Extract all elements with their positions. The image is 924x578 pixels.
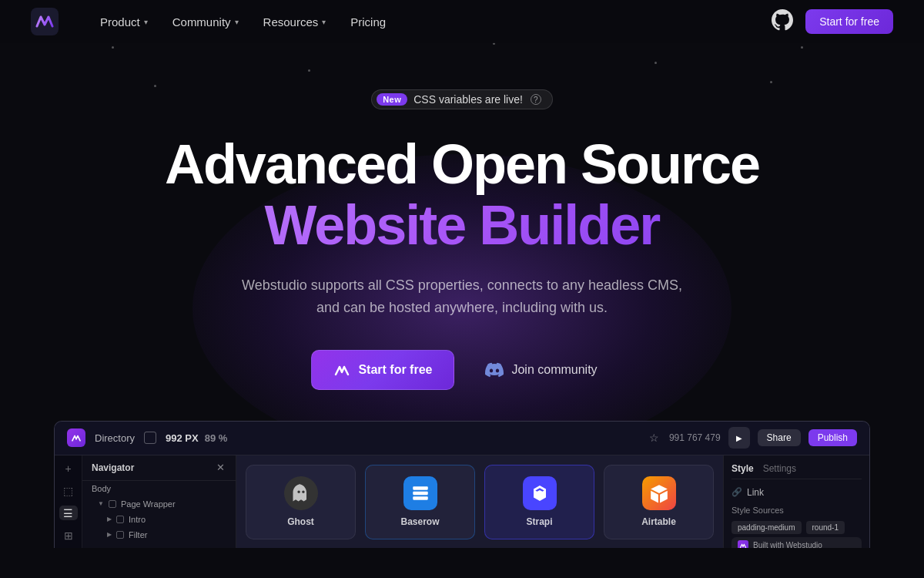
filter-checkbox[interactable] bbox=[116, 531, 124, 539]
nav-left: Product ▾ Community ▾ Resources ▾ Pricin… bbox=[31, 8, 397, 35]
svg-rect-0 bbox=[31, 8, 59, 35]
directory-label: Directory bbox=[95, 432, 135, 444]
strapi-label: Strapi bbox=[526, 516, 552, 527]
ghost-icon bbox=[284, 476, 318, 510]
hero-buttons: Start for free Join community bbox=[15, 350, 909, 390]
page-wrapper-checkbox[interactable] bbox=[109, 500, 116, 508]
coordinates-display: 991 767 479 bbox=[669, 432, 721, 443]
link-icon: 🔗 bbox=[732, 487, 742, 497]
left-toolbar: + ⬚ ☰ ⊞ bbox=[55, 455, 82, 548]
community-chevron-icon: ▾ bbox=[235, 18, 239, 26]
share-button-label[interactable]: Share bbox=[758, 429, 801, 446]
filter-label: Filter bbox=[129, 530, 147, 539]
hero-badge[interactable]: New CSS variables are live! ? bbox=[371, 89, 553, 109]
airtable-label: Airtable bbox=[641, 516, 676, 527]
style-sources-label: Style Sources bbox=[732, 506, 784, 515]
baserow-icon bbox=[403, 476, 437, 510]
integration-card-airtable[interactable]: Airtable bbox=[604, 465, 714, 539]
integration-card-baserow[interactable]: Baserow bbox=[365, 465, 475, 539]
hero-title: Advanced Open Source Website Builder bbox=[116, 134, 808, 256]
toolbar-page-icon[interactable]: ⬚ bbox=[59, 484, 78, 499]
copy-icon[interactable] bbox=[144, 432, 156, 444]
tab-style[interactable]: Style bbox=[732, 463, 754, 474]
toolbar-components-icon[interactable]: ⊞ bbox=[59, 528, 78, 543]
panel-link-row: 🔗 Link bbox=[732, 487, 862, 498]
nav-link-pricing[interactable]: Pricing bbox=[340, 11, 397, 33]
tree-item-page-wrapper[interactable]: ▼ Page Wrapper bbox=[82, 496, 236, 512]
hero-title-line1: Advanced Open Source bbox=[116, 134, 808, 195]
link-label: Link bbox=[747, 487, 764, 498]
panel-tabs: Style Settings bbox=[732, 463, 862, 479]
tree-item-intro[interactable]: ▶ Intro bbox=[82, 512, 236, 527]
star-icon[interactable]: ☆ bbox=[649, 432, 661, 444]
hero-subtitle: Webstudio supports all CSS properties, c… bbox=[231, 274, 693, 319]
intro-label: Intro bbox=[129, 515, 146, 524]
baserow-label: Baserow bbox=[400, 516, 439, 527]
nav-start-button[interactable]: Start for free bbox=[805, 9, 893, 34]
hero-section: New CSS variables are live! ? Advanced O… bbox=[0, 43, 924, 421]
github-icon bbox=[772, 9, 793, 31]
close-icon[interactable]: ✕ bbox=[214, 462, 226, 474]
chip-padding-medium[interactable]: padding-medium bbox=[732, 521, 802, 534]
toolbar-add-icon[interactable]: + bbox=[59, 462, 78, 476]
hero-title-line2: Website Builder bbox=[116, 195, 808, 256]
app-preview: Directory 992 PX 89 % ☆ 991 767 479 ▶ Sh… bbox=[54, 421, 870, 548]
publish-button[interactable]: Publish bbox=[808, 429, 857, 446]
nav-link-community[interactable]: Community ▾ bbox=[162, 11, 249, 33]
info-icon: ? bbox=[531, 94, 541, 105]
sidebar-header-icons: ✕ bbox=[214, 462, 226, 474]
built-badge-text: Built with Webstudio bbox=[753, 541, 822, 548]
intro-arrow: ▶ bbox=[107, 516, 112, 523]
badge-new-label: New bbox=[377, 93, 407, 106]
app-content: + ⬚ ☰ ⊞ Navigator ✕ Body ▼ Page Wrapper bbox=[55, 455, 869, 548]
integration-card-ghost[interactable]: Ghost bbox=[246, 465, 356, 539]
nav-item-community[interactable]: Community ▾ bbox=[162, 11, 249, 33]
webstudio-w-icon bbox=[333, 361, 350, 378]
integration-card-strapi[interactable]: Strapi bbox=[484, 465, 594, 539]
intro-checkbox[interactable] bbox=[116, 516, 124, 523]
navbar: Product ▾ Community ▾ Resources ▾ Pricin… bbox=[0, 0, 924, 43]
right-panel: Style Settings 🔗 Link Style Sources padd… bbox=[723, 455, 869, 548]
strapi-icon bbox=[523, 476, 557, 510]
nav-right: Start for free bbox=[772, 9, 893, 34]
navigator-header: Navigator ✕ bbox=[82, 455, 236, 481]
app-bar-right: ☆ 991 767 479 ▶ Share Publish bbox=[649, 427, 857, 449]
play-button[interactable]: ▶ bbox=[728, 427, 750, 449]
app-logo bbox=[67, 428, 85, 447]
github-link[interactable] bbox=[772, 9, 793, 34]
logo[interactable] bbox=[31, 8, 59, 35]
app-canvas: Ghost Baserow bbox=[236, 455, 723, 548]
page-wrapper-arrow: ▼ bbox=[98, 500, 104, 507]
svg-rect-1 bbox=[413, 487, 428, 490]
nav-link-resources[interactable]: Resources ▾ bbox=[253, 11, 337, 33]
built-badge: Built with Webstudio bbox=[732, 537, 862, 548]
resources-chevron-icon: ▾ bbox=[322, 18, 326, 26]
app-bar: Directory 992 PX 89 % ☆ 991 767 479 ▶ Sh… bbox=[55, 422, 869, 455]
nav-links: Product ▾ Community ▾ Resources ▾ Pricin… bbox=[89, 11, 397, 33]
start-for-free-button[interactable]: Start for free bbox=[311, 350, 454, 390]
navigator-sidebar: Navigator ✕ Body ▼ Page Wrapper ▶ Intro … bbox=[82, 455, 236, 548]
badge-text: CSS variables are live! bbox=[413, 93, 523, 106]
dimensions-display: 992 PX 89 % bbox=[166, 432, 227, 444]
nav-item-product[interactable]: Product ▾ bbox=[89, 11, 159, 33]
toolbar-navigator-icon[interactable]: ☰ bbox=[59, 506, 78, 520]
filter-arrow: ▶ bbox=[107, 531, 112, 538]
ghost-label: Ghost bbox=[287, 516, 314, 527]
airtable-icon bbox=[642, 476, 676, 510]
discord-icon bbox=[485, 361, 504, 379]
tree-item-body[interactable]: Body bbox=[82, 481, 236, 496]
body-label: Body bbox=[92, 484, 111, 493]
product-chevron-icon: ▾ bbox=[144, 18, 148, 26]
nav-item-resources[interactable]: Resources ▾ bbox=[253, 11, 337, 33]
zoom-display: 89 % bbox=[205, 432, 228, 444]
svg-marker-6 bbox=[651, 491, 658, 503]
svg-rect-3 bbox=[413, 497, 428, 500]
nav-item-pricing[interactable]: Pricing bbox=[340, 11, 397, 33]
page-wrapper-label: Page Wrapper bbox=[121, 499, 176, 509]
chip-round-1[interactable]: round-1 bbox=[806, 521, 845, 534]
tab-settings[interactable]: Settings bbox=[763, 463, 796, 474]
built-badge-logo bbox=[738, 540, 748, 548]
join-community-button[interactable]: Join community bbox=[470, 350, 612, 390]
tree-item-filter[interactable]: ▶ Filter bbox=[82, 527, 236, 543]
nav-link-product[interactable]: Product ▾ bbox=[89, 11, 159, 33]
